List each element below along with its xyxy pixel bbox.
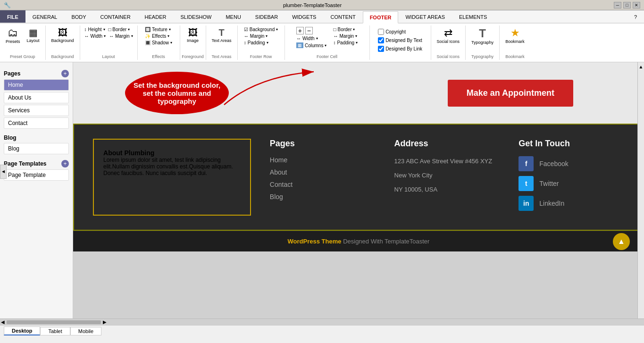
texture-dropdown[interactable]: 🔲 Texture ▾	[143, 26, 174, 33]
pages-add-button[interactable]: +	[61, 70, 69, 77]
tab-sidebar[interactable]: SIDEBAR	[248, 10, 285, 23]
typography-icon: T	[479, 28, 486, 39]
footer-row-margin-dropdown[interactable]: ↔ Margin ▾	[243, 33, 279, 39]
footer-address-line3: NY 10005, USA	[394, 184, 500, 195]
linkedin-label: LinkedIn	[539, 200, 564, 207]
footer-cell-border-dropdown[interactable]: □ Border ▾	[332, 26, 359, 33]
scroll-thumb[interactable]	[7, 320, 101, 324]
close-button[interactable]: ✕	[633, 2, 640, 8]
status-bar: Desktop Tablet Mobile	[0, 325, 644, 336]
border-arrow: ▾	[128, 27, 130, 32]
tab-tablet[interactable]: Tablet	[40, 327, 70, 335]
width-arrow: ▾	[104, 34, 106, 38]
horizontal-scrollbar[interactable]: ◀ ▶	[0, 318, 644, 325]
effects-dropdown[interactable]: ✨ Effects ▾	[143, 33, 174, 39]
tab-body[interactable]: BODY	[64, 10, 93, 23]
footer-pages-col: Pages Home About Contact Blog	[270, 139, 376, 216]
minimize-button[interactable]: ─	[614, 2, 621, 8]
designed-by-text-checkbox[interactable]: Designed By Text	[376, 37, 424, 44]
bookmark-button[interactable]: ★ Bookmark	[502, 26, 527, 45]
sidebar-item-home[interactable]: Home	[4, 79, 69, 91]
ribbon-group-effects: 🔲 Texture ▾ ✨ Effects ▾ 🔳 Shadow ▾ Effec…	[138, 25, 180, 60]
tab-menu[interactable]: MENU	[218, 10, 248, 23]
social-linkedin-row: in LinkedIn	[519, 196, 624, 211]
scroll-up-button[interactable]: ▲	[639, 64, 644, 69]
page-templates-add-button[interactable]: +	[61, 160, 69, 167]
footer-cell-padding-dropdown[interactable]: ↕ Padding ▾	[332, 40, 359, 46]
footer-row-padding-dropdown[interactable]: ↕ Padding ▾	[243, 40, 279, 46]
blog-section-title: Blog	[4, 134, 17, 141]
scroll-to-top-button[interactable]: ▲	[613, 233, 630, 250]
copyright-label: Copyright	[385, 29, 406, 34]
shadow-dropdown[interactable]: 🔳 Shadow ▾	[143, 40, 174, 46]
designed-by-link-input[interactable]	[378, 46, 384, 52]
tab-desktop[interactable]: Desktop	[4, 326, 40, 335]
width-icon: ↔	[84, 33, 89, 39]
bookmark-label: Bookmark	[505, 39, 525, 44]
sidebar-item-services[interactable]: Services	[4, 105, 69, 116]
footer-row-margin-label: Margin	[250, 33, 265, 39]
tab-widgets[interactable]: WIDGETS	[285, 10, 323, 23]
text-areas-button[interactable]: T Text Areas	[209, 26, 234, 44]
designed-by-link-label: Designed By Link	[385, 46, 422, 51]
footer-link-blog[interactable]: Blog	[270, 193, 376, 201]
image-icon: 🖼	[188, 28, 198, 37]
width-label: Width	[91, 33, 103, 39]
background-group-label: Background	[46, 54, 80, 59]
footer-cell-plusminus[interactable]: + −	[295, 26, 328, 35]
sidebar-item-about-us[interactable]: About Us	[4, 92, 69, 103]
background-button[interactable]: 🖼 Background	[49, 26, 77, 44]
effects-arrow: ▾	[167, 34, 169, 38]
tab-mobile[interactable]: Mobile	[70, 327, 101, 335]
height-icon: ↕	[84, 27, 87, 32]
copyright-checkbox[interactable]: Copyright	[376, 28, 424, 35]
copyright-input[interactable]	[378, 29, 384, 35]
tab-general[interactable]: GENERAL	[25, 10, 65, 23]
ribbon-group-foreground: 🖼 Image Foreground	[180, 25, 206, 60]
appointment-button[interactable]: Make an Appointment	[448, 80, 573, 107]
maximize-button[interactable]: □	[623, 2, 631, 8]
arrow-svg	[219, 67, 337, 114]
ribbon-group-checkboxes: Copyright Designed By Text Designed By L…	[370, 25, 431, 60]
presets-label: Presets	[6, 39, 20, 44]
tab-container[interactable]: CONTAINER	[93, 10, 138, 23]
effects-group-label: Effects	[138, 54, 180, 59]
layout-button[interactable]: ▦ Layout	[24, 26, 42, 44]
sidebar-item-contact[interactable]: Contact	[4, 117, 69, 129]
footer-cell-width-dropdown[interactable]: ↔ Width ▾	[295, 35, 328, 42]
margin-arrow: ▾	[131, 34, 133, 38]
sidebar-collapse-button[interactable]: ◀	[0, 165, 7, 179]
width-dropdown[interactable]: ↔ Width ▾ ↔ Margin ▾	[83, 33, 134, 39]
social-icons-button[interactable]: ⇄ Social Icons	[434, 26, 463, 45]
tab-help[interactable]: ?	[627, 10, 644, 23]
tab-file[interactable]: FILE	[0, 10, 25, 23]
tab-footer[interactable]: FOOTER	[363, 11, 399, 24]
footer-link-home[interactable]: Home	[270, 156, 376, 164]
footer-row-background-dropdown[interactable]: ☑ Background ▾	[243, 26, 279, 33]
typography-button[interactable]: T Typography	[468, 26, 496, 46]
footer-link-contact[interactable]: Contact	[270, 181, 376, 188]
tab-content[interactable]: CONTENT	[323, 10, 362, 23]
scroll-right-button[interactable]: ▶	[103, 319, 107, 325]
image-button[interactable]: 🖼 Image	[184, 26, 201, 44]
footer-cell-margin-dropdown[interactable]: ↔ Margin ▾	[332, 33, 359, 39]
footer-cell-columns-dropdown[interactable]: ▦ Columns ▾	[295, 42, 328, 49]
tab-slideshow[interactable]: SLIDESHOW	[173, 10, 218, 23]
sidebar-item-page-template[interactable]: Page Template	[4, 169, 69, 181]
scroll-left-button[interactable]: ◀	[1, 319, 5, 325]
presets-button[interactable]: 🗂 Presets	[3, 26, 23, 45]
window-controls[interactable]: ─ □ ✕	[614, 2, 640, 8]
height-dropdown[interactable]: ↕ Height ▾ □ Border ▾	[83, 26, 134, 33]
text-areas-icon: T	[218, 28, 224, 37]
tab-widget-areas[interactable]: WIDGET AREAS	[398, 10, 452, 23]
page-templates-section-title: Page Templates	[4, 160, 46, 167]
designed-by-link-checkbox[interactable]: Designed By Link	[376, 45, 424, 52]
tab-header[interactable]: HEADER	[138, 10, 174, 23]
tab-elements[interactable]: ELEMENTS	[452, 10, 494, 23]
designed-by-text-input[interactable]	[378, 37, 384, 43]
typography-label: Typography	[471, 40, 493, 45]
sidebar-item-blog[interactable]: Blog	[4, 143, 69, 154]
footer-link-about[interactable]: About	[270, 168, 376, 176]
minus-icon: −	[305, 27, 313, 34]
blog-section-header: Blog	[4, 134, 69, 141]
